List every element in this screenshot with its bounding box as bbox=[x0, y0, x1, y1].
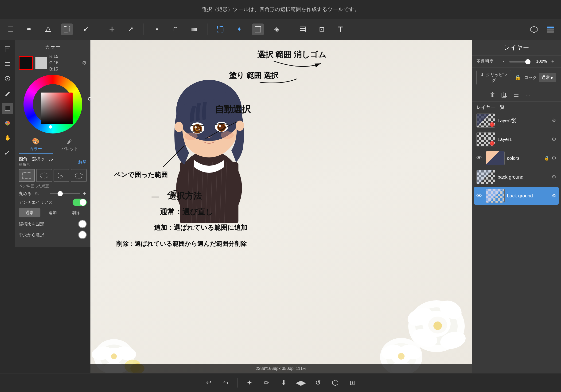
svg-point-27 bbox=[8, 121, 10, 123]
sidebar-transform[interactable] bbox=[2, 73, 13, 84]
canvas-area[interactable]: 選択 範囲 消しゴム 塗り 範囲 選択 自動選択 ペンで囲った範囲 選択方法 通… bbox=[90, 40, 472, 373]
move-tool[interactable]: ✛ bbox=[106, 23, 118, 35]
canvas-content[interactable]: 選択 範囲 消しゴム 塗り 範囲 選択 自動選択 ペンで囲った範囲 選択方法 通… bbox=[90, 40, 472, 373]
svg-line-29 bbox=[7, 151, 9, 154]
foreground-color-swatch[interactable] bbox=[19, 56, 33, 70]
crop-tool[interactable]: ⊡ bbox=[316, 23, 327, 35]
layers-panel-tool[interactable] bbox=[297, 23, 309, 35]
download-button[interactable]: ⬇ bbox=[278, 377, 290, 389]
layer-item[interactable]: 🔴 Layer1 ⚙ bbox=[474, 131, 559, 148]
dotted-rect-tool[interactable] bbox=[215, 23, 226, 35]
round-slider-row: 丸める 丸 - + bbox=[19, 191, 87, 197]
saturation-box[interactable] bbox=[41, 92, 73, 124]
layer-item[interactable]: 👁 colors 🔒 ⚙ bbox=[474, 149, 559, 167]
tab-palette[interactable]: 🖌 パレット bbox=[53, 136, 87, 154]
swatches-row: R:15 G:15 B:15 ⚙ bbox=[19, 53, 87, 72]
grid-button[interactable]: ⊞ bbox=[347, 377, 358, 389]
layer-item[interactable]: back ground ⚙ bbox=[474, 168, 559, 186]
svg-marker-33 bbox=[75, 173, 82, 178]
rect-shape-button[interactable] bbox=[19, 169, 35, 182]
from-center-toggle[interactable] bbox=[78, 230, 87, 239]
fill-tool[interactable] bbox=[170, 23, 181, 35]
divider3 bbox=[207, 23, 207, 35]
sidebar-palette[interactable] bbox=[2, 118, 13, 129]
sidebar-brush[interactable] bbox=[2, 88, 13, 99]
layers-right-icon[interactable] bbox=[545, 23, 556, 35]
tab-color[interactable]: 🎨 カラー bbox=[19, 136, 53, 154]
layer-settings-button[interactable]: ⚙ bbox=[552, 118, 556, 124]
layer-list-title: レイヤー一覧 bbox=[472, 102, 561, 112]
lasso-shape-button[interactable] bbox=[54, 169, 70, 182]
layer-visibility-toggle[interactable]: 👁 bbox=[476, 155, 484, 162]
blend-mode-button[interactable]: 通常 ▶ bbox=[539, 73, 556, 82]
redo-button[interactable]: ↪ bbox=[220, 377, 232, 389]
copy-layer-button[interactable] bbox=[500, 90, 509, 99]
divider1 bbox=[99, 23, 99, 35]
hue-ring[interactable] bbox=[23, 75, 82, 133]
layer-list-button[interactable] bbox=[512, 90, 521, 99]
sparkle-tool[interactable]: ✦ bbox=[233, 23, 245, 35]
rotate-left-button[interactable]: ↺ bbox=[313, 377, 324, 389]
layer-settings-button[interactable]: ⚙ bbox=[552, 136, 556, 142]
layer-thumbnail bbox=[476, 170, 495, 184]
layer-settings-button[interactable]: ⚙ bbox=[552, 174, 556, 180]
divider2 bbox=[143, 23, 144, 35]
sidebar-layers[interactable] bbox=[2, 58, 13, 70]
layer-visibility-toggle[interactable]: 👁 bbox=[476, 193, 484, 199]
polygon-bottom-button[interactable] bbox=[330, 377, 341, 389]
delete-layer-button[interactable]: 🗑 bbox=[488, 90, 497, 99]
mode-remove-button[interactable]: 削除 bbox=[65, 208, 87, 218]
fill-color-tool[interactable]: ▪ bbox=[151, 23, 162, 35]
round-plus-button[interactable]: + bbox=[82, 191, 87, 197]
svg-rect-4 bbox=[217, 27, 223, 32]
sidebar-document[interactable] bbox=[2, 44, 13, 55]
layer-item-active[interactable]: 👁 back ground ⚙ bbox=[474, 187, 559, 205]
menu-button[interactable]: ☰ bbox=[5, 23, 16, 35]
pen-tool[interactable]: ✒ bbox=[23, 23, 35, 35]
layer-settings-button[interactable]: ⚙ bbox=[552, 155, 556, 161]
active-select-tool[interactable] bbox=[252, 23, 264, 35]
fix-ratio-toggle[interactable] bbox=[78, 220, 87, 228]
sidebar-eyedropper[interactable] bbox=[2, 147, 13, 158]
bottom-divider bbox=[237, 378, 238, 388]
text-tool[interactable]: T bbox=[334, 23, 346, 35]
sidebar-hand[interactable]: ✋ bbox=[2, 132, 13, 144]
layer-settings-button[interactable]: ⚙ bbox=[552, 193, 556, 199]
undo-button[interactable]: ↩ bbox=[203, 377, 215, 389]
antialias-toggle[interactable] bbox=[73, 199, 87, 206]
rect-select-tool[interactable] bbox=[61, 23, 73, 35]
layer-list: 🔴 Layer2髪 ⚙ 🔴 Layer1 ⚙ 👁 colors 🔒 ⚙ bbox=[472, 112, 561, 392]
3d-icon[interactable] bbox=[528, 23, 540, 35]
diamond-tool[interactable]: ◈ bbox=[271, 23, 283, 35]
opacity-plus-button[interactable]: + bbox=[549, 58, 556, 64]
color-settings-button[interactable]: ⚙ bbox=[82, 60, 87, 66]
mode-normal-button[interactable]: 通常 bbox=[19, 208, 40, 218]
layer-actions: ＋ 🗑 ··· bbox=[472, 88, 561, 102]
more-options-button[interactable]: ··· bbox=[523, 90, 532, 99]
brush-bottom-button[interactable]: ✏ bbox=[261, 377, 272, 389]
opacity-slider[interactable] bbox=[509, 61, 530, 63]
add-layer-button[interactable]: ＋ bbox=[476, 90, 485, 99]
check-tool[interactable]: ✔ bbox=[80, 23, 92, 35]
svg-rect-3 bbox=[192, 28, 197, 31]
background-color-swatch[interactable] bbox=[35, 57, 47, 69]
svg-rect-8 bbox=[300, 31, 306, 32]
color-wheel[interactable] bbox=[23, 75, 82, 133]
eraser-tool[interactable] bbox=[42, 23, 54, 35]
cancel-selection-button[interactable]: 解除 bbox=[78, 159, 87, 164]
protect-transparency-button[interactable]: ⬇ クリッピング bbox=[476, 70, 511, 85]
round-minus-button[interactable]: - bbox=[44, 191, 48, 197]
round-slider[interactable] bbox=[50, 193, 80, 194]
sidebar-color[interactable] bbox=[2, 103, 13, 114]
magic-wand-button[interactable]: ✦ bbox=[244, 377, 255, 389]
drawing-surface[interactable]: 選択 範囲 消しゴム 塗り 範囲 選択 自動選択 ペンで囲った範囲 選択方法 通… bbox=[90, 40, 472, 373]
gradient-tool[interactable] bbox=[188, 23, 200, 35]
opacity-minus-button[interactable]: - bbox=[500, 58, 507, 64]
svg-point-86 bbox=[219, 125, 221, 127]
mode-add-button[interactable]: 追加 bbox=[42, 208, 64, 218]
polygon-shape-button[interactable] bbox=[71, 169, 87, 182]
playback-button[interactable]: ◀▶ bbox=[295, 377, 307, 389]
ellipse-shape-button[interactable] bbox=[36, 169, 52, 182]
layer-item[interactable]: 🔴 Layer2髪 ⚙ bbox=[474, 112, 559, 130]
transform-tool[interactable]: ⤢ bbox=[125, 23, 137, 35]
